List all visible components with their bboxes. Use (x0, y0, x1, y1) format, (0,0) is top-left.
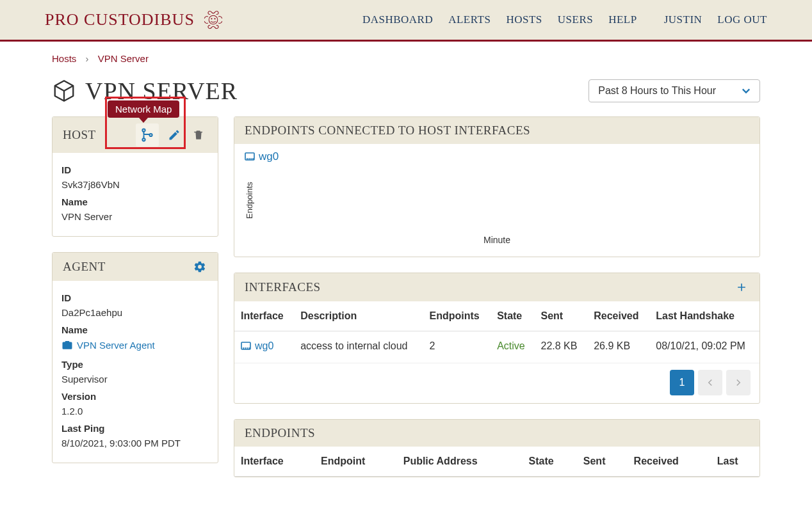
svg-point-2 (214, 18, 215, 19)
endpoints-chart-panel: ENDPOINTS CONNECTED TO HOST INTERFACES w… (234, 116, 760, 257)
host-id-label: ID (61, 164, 209, 175)
medusa-logo-icon (202, 9, 224, 31)
cell-received: 26.9 KB (587, 331, 649, 363)
agent-id-label: ID (61, 292, 209, 303)
cell-endpoints: 2 (423, 331, 491, 363)
col-endpoints: Endpoints (423, 301, 491, 331)
table-header-row: Interface Endpoint Public Address State … (234, 447, 759, 477)
col-handshake: Last Handshake (649, 301, 759, 331)
table-header-row: Interface Description Endpoints State Se… (234, 301, 759, 331)
endpoints-panel: ENDPOINTS Interface Endpoint Public Addr… (234, 419, 760, 477)
page-next-button[interactable] (726, 370, 751, 395)
col-state: State (491, 301, 534, 331)
network-map-button[interactable] (136, 123, 159, 147)
endpoints-chart (258, 168, 749, 232)
page-1-button[interactable]: 1 (670, 370, 694, 395)
col-sent: Sent (534, 301, 587, 331)
agent-settings-button[interactable] (192, 259, 207, 274)
timerange-select[interactable]: Past 8 Hours to This Hour (589, 79, 760, 102)
nav-hosts[interactable]: HOSTS (506, 13, 542, 26)
ep-col-public-address: Public Address (397, 447, 523, 477)
chart-interface-link[interactable]: wg0 (245, 150, 279, 163)
agent-name-link[interactable]: VPN Server Agent (61, 339, 155, 351)
nav-current-user[interactable]: JUSTIN (664, 13, 702, 26)
host-id-value: Svk37j86VbN (61, 179, 209, 190)
page-prev-button[interactable] (698, 370, 722, 395)
agent-type-label: Type (61, 359, 209, 370)
breadcrumb: Hosts › VPN Server (52, 47, 760, 68)
svg-point-0 (209, 15, 218, 24)
nav-users[interactable]: USERS (558, 13, 593, 26)
camera-icon (61, 339, 73, 351)
breadcrumb-current[interactable]: VPN Server (98, 53, 149, 64)
svg-point-1 (211, 18, 212, 19)
endpoints-chart-title: ENDPOINTS CONNECTED TO HOST INTERFACES (245, 123, 530, 138)
col-description: Description (294, 301, 423, 331)
ep-col-received: Received (628, 447, 711, 477)
cell-handshake: 08/10/21, 09:02 PM (649, 331, 759, 363)
interface-row-link[interactable]: wg0 (241, 340, 273, 352)
col-interface: Interface (234, 301, 294, 331)
agent-id-value: Da2Pc1aehpu (61, 307, 209, 318)
interfaces-title: INTERFACES (245, 280, 321, 294)
agent-type-value: Supervisor (61, 374, 209, 385)
cell-description: access to internal cloud (294, 331, 423, 363)
nav-alerts[interactable]: ALERTS (448, 13, 491, 26)
timerange-label: Past 8 Hours to This Hour (598, 85, 716, 97)
ep-col-interface: Interface (234, 447, 314, 477)
agent-version-value: 1.2.0 (61, 406, 209, 417)
agent-version-label: Version (61, 391, 209, 402)
nav-help[interactable]: HELP (608, 13, 637, 26)
breadcrumb-sep: › (86, 53, 89, 64)
edit-host-button[interactable] (163, 123, 186, 147)
cell-sent: 22.8 KB (534, 331, 587, 363)
delete-host-button[interactable] (190, 123, 207, 147)
cube-icon (52, 79, 76, 103)
ep-col-last: Last (711, 447, 759, 477)
chart-y-label: Endpoints (245, 168, 254, 232)
table-row: wg0 access to internal cloud 2 Active 22… (234, 331, 759, 363)
interfaces-panel: INTERFACES Interface Description Endpoin… (234, 273, 760, 404)
host-name-label: Name (61, 196, 209, 207)
chart-x-label: Minute (245, 235, 749, 245)
chevron-down-icon (742, 86, 751, 95)
agent-lastping-label: Last Ping (61, 423, 209, 434)
add-interface-button[interactable] (734, 280, 749, 295)
agent-lastping-value: 8/10/2021, 9:03:00 PM PDT (61, 438, 209, 449)
brand-text: PRO CUSTODIBUS (45, 10, 195, 29)
nic-icon (245, 152, 255, 162)
nic-icon (241, 341, 251, 351)
agent-panel: AGENT ID Da2Pc1aehpu Name VPN Server Age… (52, 252, 218, 463)
cell-state: Active (491, 331, 534, 363)
ep-col-sent: Sent (577, 447, 628, 477)
endpoints-title: ENDPOINTS (245, 426, 315, 440)
host-name-value: VPN Server (61, 211, 209, 222)
col-received: Received (587, 301, 649, 331)
nav-logout[interactable]: LOG OUT (717, 13, 767, 26)
breadcrumb-root[interactable]: Hosts (52, 53, 76, 64)
agent-name-label: Name (61, 324, 209, 335)
host-panel: HOST ID Svk37j86V (52, 116, 218, 237)
tooltip-network-map: Network Map (108, 100, 179, 118)
agent-panel-title: AGENT (63, 260, 106, 274)
ep-col-state: State (523, 447, 577, 477)
ep-col-endpoint: Endpoint (314, 447, 397, 477)
nav-dashboard[interactable]: DASHBOARD (362, 13, 433, 26)
host-panel-title: HOST (63, 128, 96, 142)
